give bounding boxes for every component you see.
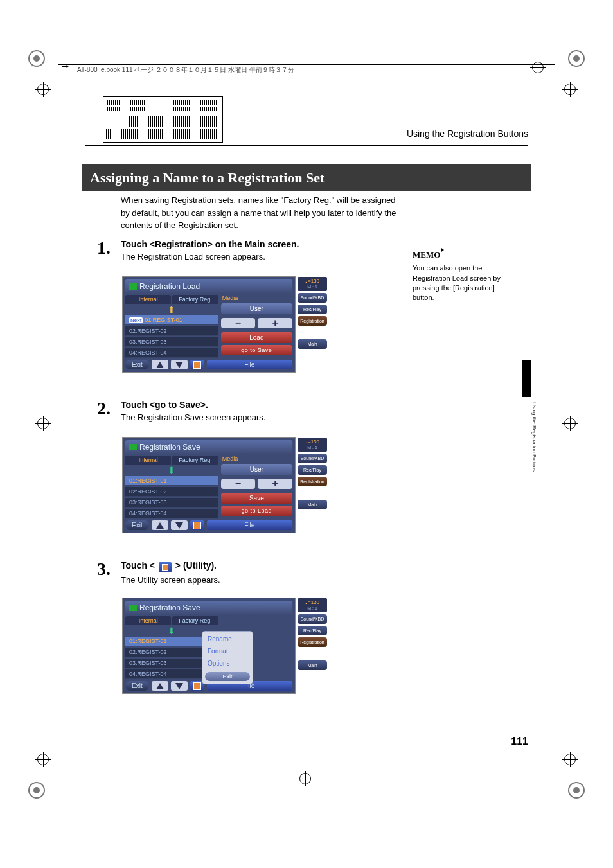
file-button[interactable]: File <box>207 520 292 530</box>
minus-button[interactable]: − <box>221 318 256 328</box>
vertical-divider <box>405 123 405 740</box>
screenshot-registration-save-utility: ♩=130 M : 1 Sound/KBD Rec/Play Registrat… <box>122 598 296 694</box>
register-target-icon <box>37 84 49 95</box>
popup-format[interactable]: Format <box>205 646 250 656</box>
keyboard-illustration <box>103 96 223 143</box>
utility-button[interactable] <box>190 681 204 691</box>
rec-play-button[interactable]: Rec/Play <box>298 465 327 475</box>
scroll-up-button[interactable] <box>152 520 168 530</box>
main-button[interactable]: Main <box>298 500 327 509</box>
minus-button[interactable]: − <box>221 479 256 489</box>
exit-button[interactable]: Exit <box>125 360 149 369</box>
utility-button[interactable] <box>190 360 204 369</box>
list-item[interactable]: 04:REGIST-04 <box>125 348 218 358</box>
utility-icon <box>159 562 172 572</box>
main-button[interactable]: Main <box>298 339 327 349</box>
scroll-down-button[interactable] <box>171 360 188 369</box>
tab-internal[interactable]: Internal <box>125 616 171 625</box>
screen-title: Registration Load <box>139 282 200 291</box>
rec-play-button[interactable]: Rec/Play <box>298 305 327 314</box>
scroll-down-button[interactable] <box>171 520 188 530</box>
content-rule <box>85 145 528 146</box>
popup-exit-button[interactable]: Exit <box>205 672 250 681</box>
list-item[interactable]: 04:REGIST-04 <box>125 509 218 518</box>
list-item[interactable]: 03:REGIST-03 <box>125 498 218 508</box>
register-target-icon <box>564 418 576 429</box>
exit-button[interactable]: Exit <box>125 681 149 691</box>
sound-kbd-button[interactable]: Sound/KBD <box>298 454 327 463</box>
utility-button[interactable] <box>190 520 204 530</box>
register-target-icon <box>532 62 544 73</box>
section-breadcrumb: Using the Registration Buttons <box>407 128 528 139</box>
intro-paragraph: When saving Registration sets, names lik… <box>121 194 397 232</box>
utility-popup: Rename Format Options Exit <box>202 632 253 684</box>
title-icon <box>129 605 137 611</box>
list-item[interactable]: Next 01:REGIST-01 <box>125 315 218 325</box>
screen-title-bar: Registration Save <box>125 601 292 615</box>
go-to-load-button[interactable]: go to Load <box>221 506 292 516</box>
screen-title: Registration Save <box>139 443 200 452</box>
screen-title-bar: Registration Save <box>125 440 292 454</box>
tempo-indicator: ♩=130 M : 1 <box>298 598 327 612</box>
next-badge: Next <box>129 317 143 323</box>
load-button[interactable]: Load <box>221 332 292 343</box>
tab-factory-reg[interactable]: Factory Reg. <box>172 616 218 625</box>
list-item[interactable]: 03:REGIST-03 <box>125 337 218 347</box>
register-target-icon <box>564 84 576 95</box>
crop-mark-icon <box>568 782 585 799</box>
list-item[interactable]: 02:REGIST-02 <box>125 487 218 497</box>
list-item[interactable]: 01:REGIST-01 <box>125 476 218 486</box>
user-button[interactable]: User <box>221 464 292 475</box>
scroll-up-button[interactable] <box>152 360 168 369</box>
step-2-subtext: The Registration Save screen appears. <box>121 412 397 422</box>
title-icon <box>129 283 137 290</box>
folder-down-icon[interactable]: ⬇ <box>125 466 218 475</box>
plus-button[interactable]: + <box>258 479 292 489</box>
step-1-subtext: The Registration Load screen appears. <box>121 252 397 261</box>
memo-label: MEMO <box>413 249 440 261</box>
tempo-indicator: ♩=130 M : 1 <box>298 438 327 452</box>
tab-internal[interactable]: Internal <box>125 456 171 465</box>
crop-mark-icon <box>568 50 585 67</box>
step-number-3: 3. <box>85 560 111 578</box>
scroll-up-button[interactable] <box>152 681 168 691</box>
tab-factory-reg[interactable]: Factory Reg. <box>172 295 218 304</box>
scroll-down-button[interactable] <box>171 681 188 691</box>
thumb-index-label: Using the Registration Buttons <box>531 402 537 472</box>
step-number-2: 2. <box>85 400 111 418</box>
doc-meta-text: AT-800_e.book 111 ページ ２００８年１０月１５日 水曜日 午前… <box>77 66 294 75</box>
crop-mark-icon <box>28 50 45 67</box>
sound-kbd-button[interactable]: Sound/KBD <box>298 614 327 624</box>
tab-internal[interactable]: Internal <box>125 295 171 304</box>
title-icon <box>129 444 137 450</box>
list-item[interactable]: 02:REGIST-02 <box>125 326 218 336</box>
tab-factory-reg[interactable]: Factory Reg. <box>172 456 218 465</box>
screenshot-registration-load: ♩=130 M : 1 Sound/KBD Rec/Play Registrat… <box>122 276 296 373</box>
step-1-title: Touch <Registration> on the Main screen. <box>121 239 397 249</box>
sound-kbd-button[interactable]: Sound/KBD <box>298 293 327 303</box>
register-target-icon <box>37 754 49 765</box>
main-button[interactable]: Main <box>298 660 327 670</box>
value-stepper: − + <box>221 316 292 330</box>
registration-button[interactable]: Registration <box>298 316 327 326</box>
popup-options[interactable]: Options <box>205 659 250 668</box>
plus-button[interactable]: + <box>258 318 292 328</box>
save-button[interactable]: Save <box>221 493 292 504</box>
registration-button[interactable]: Registration <box>298 477 327 486</box>
step-number-1: 1. <box>85 239 111 257</box>
popup-rename[interactable]: Rename <box>205 634 250 644</box>
folder-up-icon[interactable]: ⬆ <box>125 305 218 314</box>
memo-text: You can also open the Registration Load … <box>413 263 509 303</box>
file-button[interactable]: File <box>207 360 292 369</box>
go-to-save-button[interactable]: go to Save <box>221 345 292 355</box>
value-stepper: − + <box>221 477 292 491</box>
register-target-icon <box>37 418 49 429</box>
media-label: Media <box>221 295 292 301</box>
rec-play-button[interactable]: Rec/Play <box>298 626 327 635</box>
step-3-title: Touch < > (Utility). <box>121 560 397 572</box>
screenshot-registration-save: ♩=130 M : 1 Sound/KBD Rec/Play Registrat… <box>122 437 296 533</box>
thumb-index-tab <box>522 360 531 397</box>
user-button[interactable]: User <box>221 303 292 314</box>
registration-button[interactable]: Registration <box>298 637 327 647</box>
exit-button[interactable]: Exit <box>125 520 149 530</box>
